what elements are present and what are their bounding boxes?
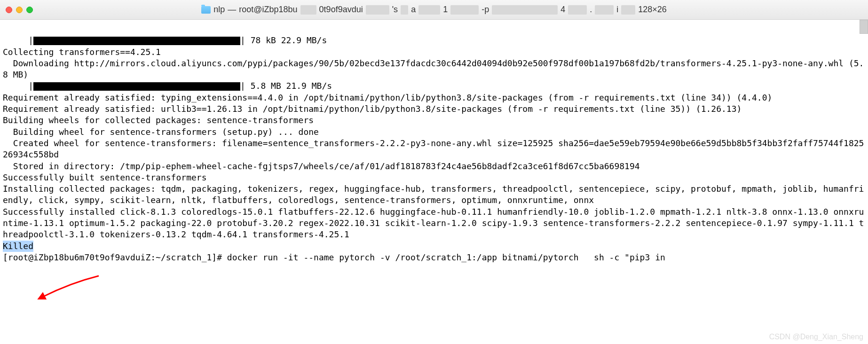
window-titlebar: nlp — root@iZbp18bu 0t9of9avdui 's a 1 -… [0,0,868,20]
title-part: 1 [443,5,448,15]
traffic-lights [6,7,33,13]
output-line: Requirement already satisfied: typing_ex… [3,92,865,103]
annotation-arrow-icon [33,274,103,306]
output-line: | [3,35,33,45]
title-obscured [300,5,316,15]
title-folder: nlp [213,5,225,15]
title-obscured [401,5,408,15]
progress-bar [33,37,240,45]
title-obscured [450,5,479,15]
title-part: 4 [560,5,565,15]
prompt-line: [root@iZbp18bu6m70t9of9avduiZ:~/scratch_… [3,252,865,263]
output-line: Stored in directory: /tmp/pip-ephem-whee… [3,161,865,172]
title-obscured [418,5,440,15]
title-part: i [616,5,618,15]
title-obscured [621,5,635,15]
title-obscured [492,5,558,15]
title-part: 0t9of9avdui [319,5,363,15]
title-obscured [568,5,587,15]
title-dims: 128×26 [638,5,667,15]
title-obscured [595,5,614,15]
output-line: Successfully built sentence-transformers [3,172,865,183]
minimize-button[interactable] [16,7,23,13]
maximize-button[interactable] [26,7,33,13]
output-line: | 78 kB 22.9 MB/s [240,35,327,45]
output-line: Building wheel for sentence-transformers… [3,126,865,138]
killed-text: Killed [3,241,33,252]
title-part: . [590,5,592,15]
output-line: Building wheels for collected packages: … [3,115,865,126]
title-part: -p [481,5,489,15]
output-line: Downloading http://mirrors.cloud.aliyunc… [3,58,865,81]
output-line: Requirement already satisfied: urllib3==… [3,103,865,115]
title-part: a [411,5,416,15]
title-part: 's [392,5,398,15]
terminal-output[interactable]: || 78 kB 22.9 MB/s Collecting transforme… [0,20,868,301]
watermark: CSDN @Deng_Xian_Sheng [769,333,863,341]
title-obscured [366,5,389,15]
output-line: Collecting transformers==4.25.1 [3,47,865,58]
progress-bar [33,82,240,91]
output-line: | 5.8 MB 21.9 MB/s [240,81,332,91]
close-button[interactable] [6,7,12,13]
folder-icon [201,6,211,14]
output-line: | [3,81,33,91]
output-line: Created wheel for sentence-transformers:… [3,138,865,161]
output-line: Installing collected packages: tqdm, pac… [3,183,865,206]
title-sep: — [228,5,236,15]
window-title: nlp — root@iZbp18bu 0t9of9avdui 's a 1 -… [201,5,667,15]
output-line: Successfully installed click-8.1.3 color… [3,206,865,241]
title-host: root@iZbp18bu [239,5,297,15]
